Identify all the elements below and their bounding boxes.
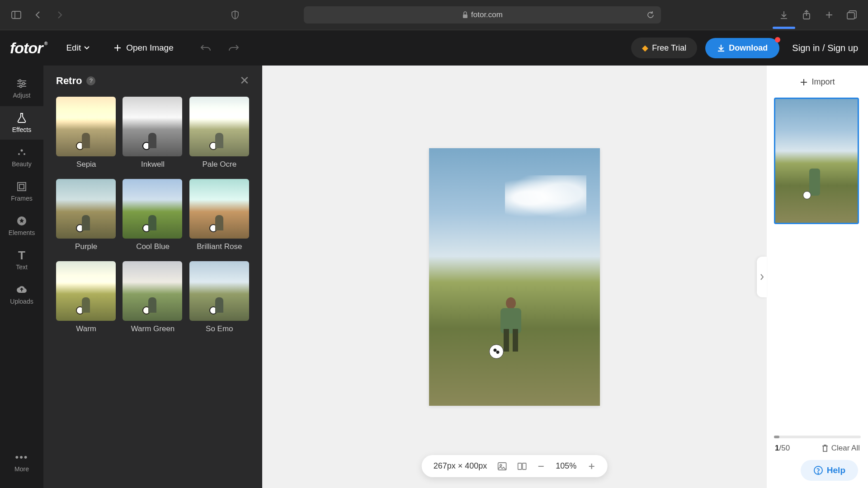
effect-label: Inkwell	[123, 160, 183, 169]
svg-rect-31	[522, 463, 526, 469]
free-trial-label: Free Trial	[652, 43, 686, 53]
effect-warm[interactable]: Warm	[56, 261, 116, 339]
svg-point-29	[500, 465, 501, 466]
url-bar[interactable]: fotor.com	[304, 6, 661, 23]
canvas-image[interactable]	[429, 148, 600, 406]
open-image-label: Open Image	[126, 43, 174, 53]
svg-rect-3	[463, 14, 467, 18]
nav-beauty[interactable]: Beauty	[0, 141, 43, 174]
shield-icon[interactable]	[228, 8, 242, 22]
svg-rect-24	[18, 183, 26, 191]
edit-dropdown[interactable]: Edit	[66, 43, 90, 53]
effect-purple[interactable]: Purple	[56, 179, 116, 257]
undo-icon[interactable]	[200, 43, 212, 52]
close-icon[interactable]: ✕	[240, 74, 250, 88]
effect-inkwell[interactable]: Inkwell	[123, 97, 183, 174]
app-header: fotor® Edit Open Image ◆ Free Trial Down…	[0, 30, 868, 66]
effect-brilliantrose[interactable]: Brilliant Rose	[189, 179, 250, 257]
sparkle-icon	[16, 147, 27, 158]
nav-label: Elements	[9, 229, 35, 236]
star-icon	[17, 216, 27, 226]
open-image-button[interactable]: Open Image	[113, 43, 174, 53]
effect-label: Cool Blue	[123, 242, 183, 251]
back-icon[interactable]	[31, 8, 45, 22]
sidebar-toggle-icon[interactable]	[9, 8, 24, 22]
redo-icon[interactable]	[228, 43, 240, 52]
effect-label: Brilliant Rose	[189, 242, 250, 251]
nav-more[interactable]: ••• More	[0, 446, 43, 479]
refresh-icon[interactable]	[646, 11, 655, 19]
zoom-value: 105%	[555, 461, 577, 471]
expand-right-tab[interactable]	[757, 257, 767, 297]
svg-point-23	[24, 153, 25, 155]
effect-warmgreen[interactable]: Warm Green	[123, 261, 183, 339]
help-circle-icon	[813, 465, 823, 475]
import-label: Import	[811, 77, 835, 87]
effect-thumb	[56, 97, 116, 156]
clear-all-button[interactable]: Clear All	[821, 444, 860, 453]
new-tab-icon[interactable]	[822, 8, 836, 22]
effect-label: So Emo	[189, 324, 250, 333]
effect-coolblue[interactable]: Cool Blue	[123, 179, 183, 257]
right-panel: Import 1/50 Clear All Help	[767, 66, 868, 488]
download-label: Download	[729, 43, 768, 53]
zoom-out-icon[interactable]	[537, 462, 545, 470]
flask-icon	[17, 113, 27, 123]
effect-sepia[interactable]: Sepia	[56, 97, 116, 174]
download-icon	[717, 44, 725, 52]
effect-paleocre[interactable]: Pale Ocre	[189, 97, 250, 174]
canvas-toolbar: 267px × 400px 105%	[422, 455, 608, 477]
url-text: fotor.com	[471, 10, 503, 19]
plus-icon	[800, 78, 808, 86]
clear-label: Clear All	[831, 444, 860, 453]
dimensions-text: 267px × 400px	[434, 461, 487, 471]
compare-icon[interactable]	[517, 462, 527, 471]
plus-icon	[113, 44, 122, 52]
svg-point-20	[20, 85, 22, 88]
nav-effects[interactable]: Effects	[0, 106, 43, 140]
notification-dot	[775, 37, 780, 42]
svg-point-18	[23, 83, 25, 85]
share-icon[interactable]	[799, 8, 814, 22]
help-icon[interactable]: ?	[86, 76, 95, 85]
effect-thumb	[56, 261, 116, 321]
nav-label: Text	[16, 263, 28, 271]
dots-icon: •••	[15, 452, 28, 463]
thumbnail-item[interactable]	[774, 98, 859, 224]
chevron-down-icon	[84, 46, 90, 50]
nav-elements[interactable]: Elements	[0, 209, 43, 243]
svg-rect-25	[19, 184, 24, 189]
effect-thumb	[189, 97, 249, 156]
effect-soemo[interactable]: So Emo	[189, 261, 250, 339]
effect-thumb	[123, 179, 182, 239]
svg-point-38	[818, 473, 819, 474]
effect-thumb	[56, 179, 116, 239]
import-button[interactable]: Import	[774, 73, 861, 91]
svg-point-21	[18, 153, 20, 155]
free-trial-button[interactable]: ◆ Free Trial	[631, 38, 697, 58]
nav-label: Adjust	[13, 92, 31, 99]
svg-rect-10	[847, 13, 854, 19]
nav-uploads[interactable]: Uploads	[0, 278, 43, 311]
auth-link[interactable]: Sign in / Sign up	[792, 43, 858, 53]
nav-frames[interactable]: Frames	[0, 175, 43, 208]
effect-thumb	[123, 261, 182, 321]
effect-label: Warm Green	[123, 324, 183, 333]
nav-text[interactable]: T Text	[0, 244, 43, 277]
canvas-area[interactable]: 267px × 400px 105%	[262, 66, 767, 488]
trash-icon	[821, 444, 829, 452]
logo[interactable]: fotor®	[10, 39, 42, 57]
tabs-icon[interactable]	[844, 8, 859, 22]
help-button[interactable]: Help	[801, 460, 858, 481]
nav-adjust[interactable]: Adjust	[0, 72, 43, 105]
page-count: 1/50	[775, 444, 790, 453]
nav-label: More	[14, 465, 29, 473]
effect-thumb	[189, 261, 249, 321]
downloads-icon[interactable]	[777, 8, 791, 22]
image-icon[interactable]	[497, 462, 507, 471]
download-button[interactable]: Download	[705, 38, 779, 58]
zoom-in-icon[interactable]	[587, 462, 595, 470]
lock-icon	[462, 11, 468, 19]
thumbnail-size-slider[interactable]	[774, 436, 861, 438]
effect-label: Purple	[56, 242, 116, 251]
